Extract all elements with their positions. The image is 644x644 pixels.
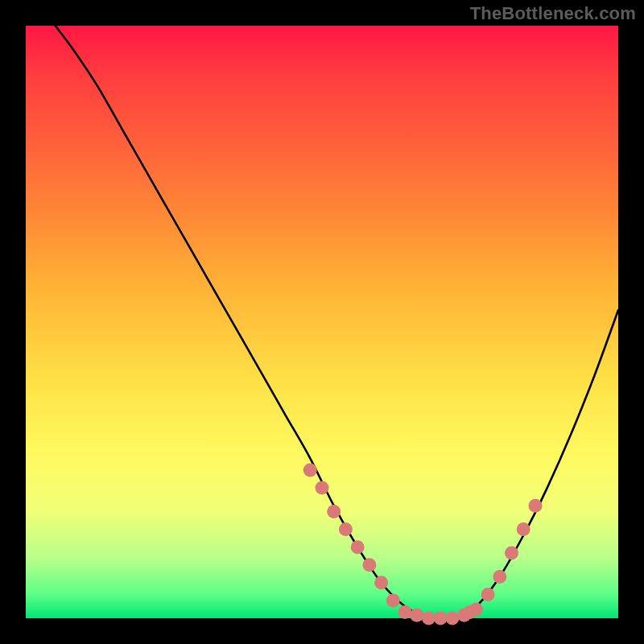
bottleneck-curve xyxy=(56,26,618,620)
chart-frame: TheBottleneck.com xyxy=(0,0,644,644)
curve-marker xyxy=(398,605,412,619)
curve-marker xyxy=(445,612,459,625)
curve-marker xyxy=(422,612,436,625)
curve-marker xyxy=(386,593,400,607)
curve-marker xyxy=(481,588,495,601)
curve-marker xyxy=(529,499,543,513)
curve-marker xyxy=(339,522,353,536)
curve-marker xyxy=(351,540,365,554)
marker-group xyxy=(303,464,543,625)
curve-marker xyxy=(517,522,530,536)
curve-marker xyxy=(362,558,376,572)
curve-marker xyxy=(505,547,518,560)
curve-marker xyxy=(434,612,448,625)
curve-marker xyxy=(327,505,341,518)
plot-area xyxy=(26,26,618,618)
curve-marker xyxy=(374,576,388,589)
curve-svg xyxy=(26,26,618,618)
curve-marker xyxy=(316,481,329,495)
curve-marker xyxy=(469,603,483,617)
curve-marker xyxy=(303,464,317,477)
curve-marker xyxy=(493,570,506,584)
curve-marker xyxy=(410,609,423,622)
watermark-text: TheBottleneck.com xyxy=(470,3,636,24)
